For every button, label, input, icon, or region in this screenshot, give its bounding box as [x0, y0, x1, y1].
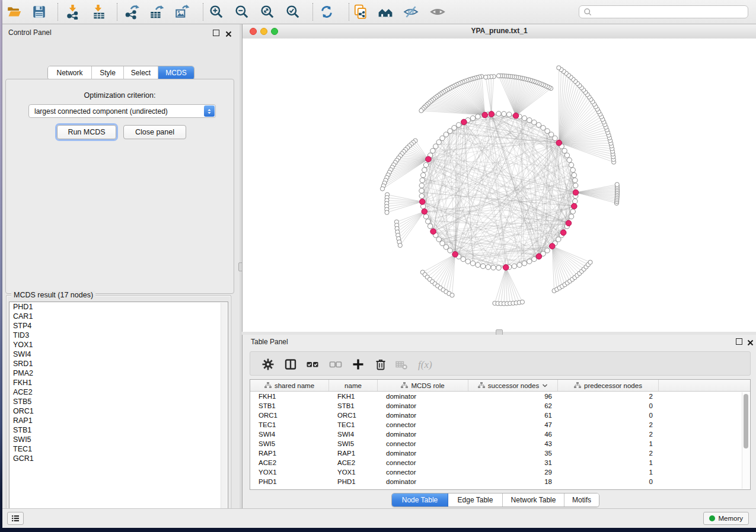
network-node[interactable]: [420, 178, 425, 182]
network-node[interactable]: [522, 116, 527, 120]
mcds-result-item[interactable]: PMA2: [9, 368, 228, 378]
node-table[interactable]: shared namenameMCDS rolesuccessor nodesp…: [250, 379, 751, 490]
network-node[interactable]: [470, 261, 475, 265]
leaf-node[interactable]: [615, 182, 619, 187]
table-row[interactable]: SWI4SWI4dominator462: [250, 430, 750, 439]
dominator-node[interactable]: [550, 243, 556, 249]
clone-network-icon[interactable]: [353, 4, 368, 20]
network-node[interactable]: [572, 172, 576, 177]
column-header-name[interactable]: name: [329, 380, 378, 391]
network-node[interactable]: [461, 257, 465, 261]
network-node[interactable]: [527, 118, 532, 123]
network-graph[interactable]: [243, 39, 756, 332]
column-header-successor-nodes[interactable]: successor nodes: [468, 380, 558, 391]
table-row[interactable]: STB1STB1dominator620: [250, 401, 750, 411]
mcds-result-item[interactable]: PHD1: [9, 302, 228, 312]
mcds-result-item[interactable]: TID3: [9, 331, 228, 340]
column-header-predecessor-nodes[interactable]: predecessor nodes: [558, 380, 659, 391]
network-node[interactable]: [428, 224, 432, 229]
zoom-out-icon[interactable]: [234, 4, 250, 20]
network-node[interactable]: [573, 183, 578, 188]
search-box[interactable]: [579, 5, 748, 18]
network-node[interactable]: [444, 132, 448, 137]
leaf-node[interactable]: [588, 260, 592, 264]
network-node[interactable]: [532, 120, 537, 124]
network-node[interactable]: [562, 148, 567, 153]
network-node[interactable]: [512, 264, 516, 268]
network-node[interactable]: [553, 136, 557, 140]
network-node[interactable]: [527, 259, 532, 264]
table-row[interactable]: RAP1RAP1dominator352: [250, 448, 750, 458]
network-node[interactable]: [545, 129, 550, 133]
zoom-selected-icon[interactable]: [285, 4, 301, 20]
tab-style[interactable]: Style: [92, 66, 124, 79]
leaf-node[interactable]: [450, 293, 454, 297]
network-node[interactable]: [567, 158, 572, 162]
search-input[interactable]: [592, 6, 748, 18]
network-node[interactable]: [569, 162, 573, 167]
tab-network[interactable]: Network: [48, 66, 92, 79]
dominator-node[interactable]: [422, 209, 428, 214]
mcds-result-item[interactable]: SWI4: [9, 350, 228, 359]
network-node[interactable]: [496, 111, 501, 116]
dominator-node[interactable]: [461, 119, 467, 125]
network-node[interactable]: [545, 248, 550, 253]
open-session-icon[interactable]: [7, 4, 22, 20]
table-row[interactable]: FKH1FKH1dominator962: [250, 392, 750, 401]
network-node[interactable]: [517, 262, 522, 267]
tab-select[interactable]: Select: [124, 66, 158, 79]
deselect-all-icon[interactable]: [328, 357, 343, 371]
mcds-result-item[interactable]: CAR1: [9, 312, 228, 321]
mcds-result-item[interactable]: TEC1: [9, 444, 228, 454]
column-header-shared-name[interactable]: shared name: [250, 380, 329, 391]
add-column-icon[interactable]: [351, 357, 365, 371]
mcds-result-item[interactable]: STP4: [9, 321, 228, 331]
mcds-result-item[interactable]: SWI5: [9, 435, 228, 444]
dominator-node[interactable]: [536, 254, 542, 259]
network-node[interactable]: [422, 168, 427, 172]
dominator-node[interactable]: [566, 220, 572, 226]
dominator-node[interactable]: [556, 140, 562, 146]
mcds-result-item[interactable]: YOX1: [9, 340, 228, 350]
export-table-icon[interactable]: [149, 4, 164, 20]
close-panel-button[interactable]: Close panel: [123, 125, 186, 139]
mcds-result-item[interactable]: RAP1: [9, 416, 228, 425]
network-node[interactable]: [496, 265, 501, 270]
select-all-icon[interactable]: [305, 357, 320, 371]
leaf-node[interactable]: [520, 300, 524, 304]
tab-network-table[interactable]: Network Table: [503, 493, 564, 507]
zoom-fit-icon[interactable]: [260, 4, 275, 20]
network-node[interactable]: [532, 257, 537, 261]
network-node[interactable]: [556, 237, 561, 242]
network-node[interactable]: [573, 178, 578, 182]
leaf-node[interactable]: [496, 73, 500, 78]
network-node[interactable]: [465, 259, 470, 264]
dominator-node[interactable]: [430, 229, 436, 235]
optimization-criterion-select[interactable]: largest connected component (undirected): [28, 104, 216, 118]
mcds-result-item[interactable]: STB1: [9, 425, 228, 435]
network-node[interactable]: [452, 126, 457, 130]
tab-mcds[interactable]: MCDS: [158, 66, 194, 79]
column-header-MCDS-role[interactable]: MCDS role: [378, 380, 468, 391]
network-node[interactable]: [541, 126, 546, 130]
dominator-node[interactable]: [420, 199, 426, 205]
network-node[interactable]: [573, 199, 578, 204]
network-node[interactable]: [486, 265, 490, 270]
table-row[interactable]: PHD1PHD1dominator180: [250, 477, 750, 486]
network-node[interactable]: [456, 123, 461, 127]
home-icon[interactable]: [378, 4, 393, 20]
export-image-icon[interactable]: [174, 4, 190, 20]
show-columns-icon[interactable]: [283, 357, 298, 371]
network-node[interactable]: [419, 188, 424, 193]
dominator-node[interactable]: [560, 230, 566, 236]
zoom-in-icon[interactable]: [209, 4, 224, 20]
network-node[interactable]: [536, 123, 541, 127]
network-node[interactable]: [569, 214, 573, 219]
scrollbar-thumb[interactable]: [744, 394, 748, 448]
show-all-icon[interactable]: [430, 4, 445, 20]
leaf-node[interactable]: [484, 75, 488, 79]
export-network-icon[interactable]: [125, 4, 140, 20]
dominator-node[interactable]: [489, 111, 495, 117]
mcds-result-item[interactable]: SRD1: [9, 359, 228, 368]
network-node[interactable]: [421, 172, 426, 177]
